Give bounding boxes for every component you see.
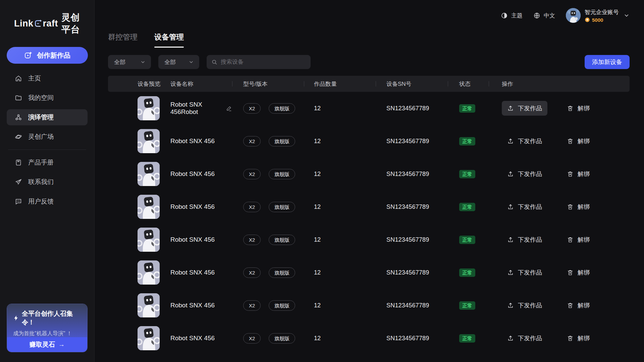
version-badge: 旗舰版 xyxy=(269,202,295,212)
theme-toggle[interactable]: 主题 xyxy=(501,12,523,19)
unbind-button[interactable]: 解绑 xyxy=(567,265,590,280)
unbind-button-label: 解绑 xyxy=(578,170,590,178)
status-badge: 正常 xyxy=(459,268,475,277)
deploy-work-button[interactable]: 下发作品 xyxy=(502,232,547,247)
language-label: 中文 xyxy=(544,12,555,19)
account-menu[interactable]: 智元企业账号 5000 xyxy=(566,8,630,23)
sidebar-item-label: 用户反馈 xyxy=(28,197,54,206)
search-box xyxy=(207,55,311,69)
status-badge: 正常 xyxy=(459,236,475,244)
device-sn: SN1234567789 xyxy=(386,138,429,145)
topbar: 主题 中文 智元企业账号 xyxy=(108,0,630,31)
main-content: 主题 中文 智元企业账号 xyxy=(95,0,644,362)
unbind-button[interactable]: 解绑 xyxy=(567,199,590,214)
deploy-work-button[interactable]: 下发作品 xyxy=(502,101,547,116)
account-name: 智元企业账号 xyxy=(585,8,619,16)
sidebar-item-my-space[interactable]: 我的空间 xyxy=(7,90,88,106)
create-new-work-button[interactable]: 创作新作品 xyxy=(7,47,88,64)
trash-icon xyxy=(567,171,574,177)
device-thumbnail xyxy=(138,162,160,186)
works-count: 12 xyxy=(314,105,321,112)
account-info: 智元企业账号 5000 xyxy=(585,8,619,23)
works-count: 12 xyxy=(314,302,321,309)
unbind-button[interactable]: 解绑 xyxy=(567,232,590,247)
status-badge: 正常 xyxy=(459,334,475,343)
upload-icon xyxy=(507,105,514,112)
deploy-work-button[interactable]: 下发作品 xyxy=(502,298,547,313)
table-row: Robot SNX 456 X2 旗舰版 12 SN1234567789 正常 … xyxy=(108,190,630,223)
create-button-label: 创作新作品 xyxy=(37,51,70,60)
device-name: Robot SNX 456 xyxy=(170,170,215,178)
device-thumbnail xyxy=(138,228,160,252)
unbind-button[interactable]: 解绑 xyxy=(567,331,590,346)
earn-lingshi-button[interactable]: 赚取灵石 → xyxy=(7,337,87,352)
unbind-button[interactable]: 解绑 xyxy=(567,167,590,181)
table-body: Robot SNX 456Robot X2 旗舰版 12 SN123456778… xyxy=(108,92,630,355)
deploy-button-label: 下发作品 xyxy=(518,334,542,342)
balance-value: 5000 xyxy=(592,17,603,23)
deploy-work-button[interactable]: 下发作品 xyxy=(502,134,547,148)
deploy-work-button[interactable]: 下发作品 xyxy=(502,199,547,214)
sidebar-item-lingchuang-plaza[interactable]: 灵创广场 xyxy=(7,129,88,145)
sidebar-item-label: 灵创广场 xyxy=(28,132,54,141)
theme-label: 主题 xyxy=(511,12,523,19)
upload-icon xyxy=(507,236,514,243)
search-input[interactable] xyxy=(221,59,306,65)
edit-name-icon[interactable] xyxy=(226,105,232,112)
sidebar-item-contact-us[interactable]: 联系我们 xyxy=(7,174,88,190)
theme-icon xyxy=(501,12,508,19)
unbind-button[interactable]: 解绑 xyxy=(567,101,590,116)
planet-icon xyxy=(15,133,22,140)
unbind-button[interactable]: 解绑 xyxy=(567,298,590,313)
trash-icon xyxy=(567,138,574,144)
unbind-button[interactable]: 解绑 xyxy=(567,134,590,148)
device-thumbnail xyxy=(138,195,160,219)
filter-select-1[interactable]: 全部 xyxy=(108,55,151,69)
model-badge: X2 xyxy=(243,333,261,344)
sidebar: Link raft 灵创平台 创作新作品 xyxy=(0,0,95,362)
sidebar-item-performance-management[interactable]: 演绎管理 xyxy=(7,109,88,125)
sidebar-item-product-manual[interactable]: 产品手册 xyxy=(7,155,88,171)
sidebar-item-label: 我的空间 xyxy=(28,94,54,102)
sidebar-item-home[interactable]: 主页 xyxy=(7,70,88,86)
brand-logo: Link raft 灵创平台 xyxy=(14,11,88,36)
device-name: Robot SNX 456Robot xyxy=(170,101,221,116)
device-sn: SN1234567789 xyxy=(386,269,429,276)
tab-device-management[interactable]: 设备管理 xyxy=(154,32,184,48)
sidebar-item-label: 演绎管理 xyxy=(28,113,54,122)
language-switcher[interactable]: 中文 xyxy=(533,12,555,19)
deploy-work-button[interactable]: 下发作品 xyxy=(502,265,547,280)
version-badge: 旗舰版 xyxy=(269,235,295,245)
upload-icon xyxy=(507,335,514,342)
trash-icon xyxy=(567,335,574,342)
tab-group-control[interactable]: 群控管理 xyxy=(108,32,138,48)
device-name: Robot SNX 456 xyxy=(170,203,215,210)
filter-select-2[interactable]: 全部 xyxy=(158,55,199,69)
sidebar-item-user-feedback[interactable]: 用户反馈 xyxy=(7,193,88,209)
table-row: Robot SNX 456 X2 旗舰版 12 SN1234567789 正常 … xyxy=(108,289,630,322)
device-sn: SN1234567789 xyxy=(386,203,429,210)
works-count: 12 xyxy=(314,138,321,145)
device-sn: SN1234567789 xyxy=(386,236,429,243)
column-header-preview: 设备预览 xyxy=(108,81,160,87)
device-thumbnail xyxy=(138,96,160,120)
version-badge: 旗舰版 xyxy=(269,267,295,278)
deploy-work-button[interactable]: 下发作品 xyxy=(502,331,547,346)
lightning-icon xyxy=(13,315,19,321)
promo-button-label: 赚取灵石 xyxy=(30,340,55,349)
deploy-work-button[interactable]: 下发作品 xyxy=(502,167,547,181)
column-header-name: 设备名称 xyxy=(160,81,232,87)
unbind-button-label: 解绑 xyxy=(578,236,590,244)
table-row: Robot SNX 456 X2 旗舰版 12 SN1234567789 正常 … xyxy=(108,223,630,256)
upload-icon xyxy=(507,203,514,210)
table-row: Robot SNX 456 X2 旗舰版 12 SN1234567789 正常 … xyxy=(108,322,630,355)
device-sn: SN1234567789 xyxy=(386,105,429,112)
search-icon xyxy=(211,59,217,65)
arrow-right-icon: → xyxy=(58,341,65,348)
add-device-button[interactable]: 添加新设备 xyxy=(585,55,630,69)
unbind-button-label: 解绑 xyxy=(578,203,590,211)
column-header-works: 作品数量 xyxy=(304,81,376,87)
coin-icon xyxy=(585,17,590,22)
trash-icon xyxy=(567,302,574,309)
model-badge: X2 xyxy=(243,300,261,311)
